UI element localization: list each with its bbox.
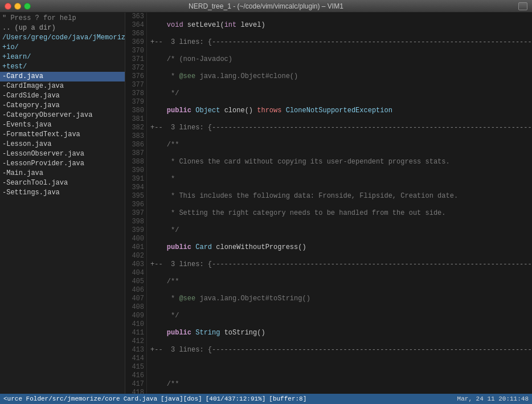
window-controls[interactable] [5,3,31,10]
code-content: void setLevel(int level) +-- 3 lines: {-… [147,13,532,394]
line-numbers: 363 364 368 369 370 371 372 376 377 378 … [125,13,147,394]
sidebar-dir-test[interactable]: +test/ [0,62,125,72]
minimize-button[interactable] [14,3,21,10]
sidebar-dir-io[interactable]: +io/ [0,43,125,52]
status-position: [401/437:12:91%] [206,395,266,402]
status-date: Mar, 24 11 20:11:48 [457,395,529,402]
nerdtree-sidebar[interactable]: " Press ? for help .. (up a dir) /Users/… [0,13,125,394]
window-title: NERD_tree_1 - (~/code/vim/vimcalc/plugin… [189,2,343,10]
code-area: 363 364 368 369 370 371 372 376 377 378 … [125,13,532,394]
sidebar-file-lessonobserver[interactable]: -LessonObserver.java [0,149,125,159]
close-button[interactable] [5,3,11,10]
sidebar-file-main[interactable]: -Main.java [0,169,125,178]
maximize-button[interactable] [24,3,31,10]
sidebar-file-events[interactable]: -Events.java [0,120,125,130]
sidebar-file-lessonprovider[interactable]: -LessonProvider.java [0,159,125,169]
status-file: Card.java [124,395,157,402]
titlebar: NERD_tree_1 - (~/code/vim/vimcalc/plugin… [0,0,532,13]
sidebar-file-categoryobserver[interactable]: -CategoryObserver.java [0,111,125,120]
sidebar-help: " Press ? for help [0,14,125,23]
sidebar-dir-learn[interactable]: +learn/ [0,52,125,62]
sidebar-file-card[interactable]: -Card.java [0,72,125,81]
sidebar-file-formattedtext[interactable]: -FormattedText.java [0,130,125,140]
window-resize-button[interactable] [518,2,527,10]
sidebar-file-settings[interactable]: -Settings.java [0,188,125,198]
sidebar-file-category[interactable]: -Category.java [0,101,125,111]
sidebar-root-path[interactable]: /Users/greg/code/java/jMemorize [0,33,125,43]
statusbar: <urce Folder/src/jmemorize/core Card.jav… [0,394,532,404]
status-buffer: [buffer:8] [269,395,306,402]
sidebar-file-lesson[interactable]: -Lesson.java [0,140,125,149]
sidebar-file-searchtool[interactable]: -SearchTool.java [0,178,125,188]
sidebar-updir[interactable]: .. (up a dir) [0,23,125,33]
sidebar-file-cardimage[interactable]: -CardImage.java [0,81,125,91]
status-source: <urce Folder/src/jmemorize/core [3,395,120,402]
status-left: <urce Folder/src/jmemorize/core Card.jav… [3,395,306,402]
main-content: " Press ? for help .. (up a dir) /Users/… [0,13,532,394]
code-editor[interactable]: 363 364 368 369 370 371 372 376 377 378 … [125,13,532,394]
sidebar-file-cardside[interactable]: -CardSide.java [0,91,125,101]
status-mode: [java][dos] [161,395,202,402]
